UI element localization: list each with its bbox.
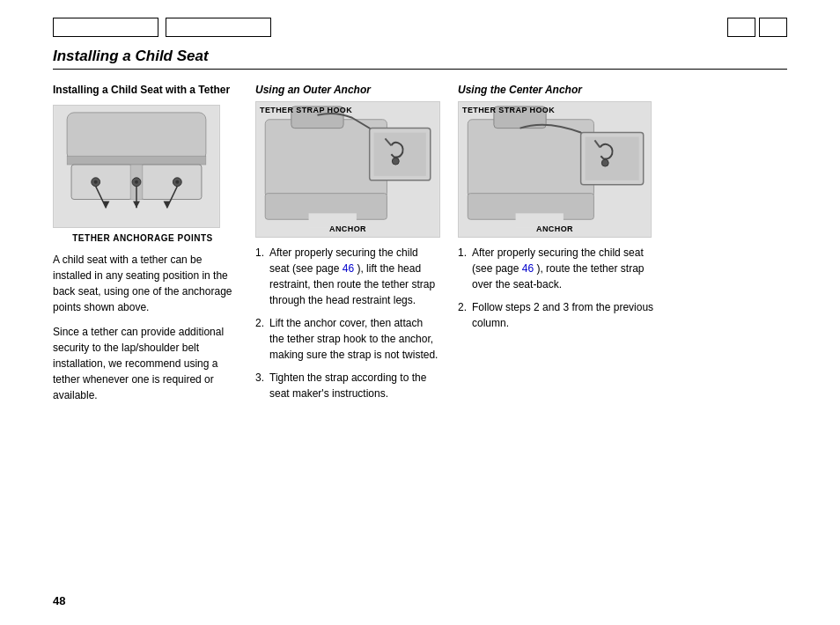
svg-point-7 bbox=[94, 180, 98, 183]
left-column: Installing a Child Seat with a Tether bbox=[53, 84, 247, 412]
svg-rect-2 bbox=[67, 156, 206, 165]
content-grid: Installing a Child Seat with a Tether bbox=[53, 84, 787, 412]
svg-rect-1 bbox=[67, 112, 206, 159]
nav-tab-small-1[interactable] bbox=[727, 18, 755, 37]
step-2: Lift the anchor cover, then attach the t… bbox=[255, 315, 440, 363]
outer-anchor-diagram: TETHER STRAP HOOK ANCHOR bbox=[255, 101, 440, 238]
svg-rect-32 bbox=[586, 136, 639, 180]
step-1: After properly securing the child seat (… bbox=[255, 245, 440, 308]
right-column: Using the Center Anchor bbox=[449, 84, 660, 338]
tether-anchorage-diagram bbox=[53, 105, 220, 228]
nav-tabs-left bbox=[53, 18, 271, 37]
center-step-1: After properly securing the child seat (… bbox=[458, 245, 660, 292]
nav-tab-1[interactable] bbox=[53, 18, 158, 37]
tether-anchorage-label: TETHER ANCHORAGE POINTS bbox=[53, 233, 232, 243]
top-navigation bbox=[53, 18, 787, 37]
nav-tab-small-2[interactable] bbox=[759, 18, 787, 37]
page-number: 48 bbox=[53, 594, 65, 607]
body-text-1: A child seat with a tether can be instal… bbox=[53, 252, 232, 315]
svg-point-24 bbox=[392, 158, 399, 165]
center-anchor-bottom-label: ANCHOR bbox=[536, 224, 573, 233]
center-anchor-diagram: TETHER STRAP HOOK ANCHOR bbox=[458, 101, 652, 238]
outer-anchor-steps: After properly securing the child seat (… bbox=[255, 245, 440, 401]
step-3: Tighten the strap according to the seat … bbox=[255, 370, 440, 401]
svg-rect-4 bbox=[141, 165, 202, 199]
section-title: Installing a Child Seat bbox=[53, 48, 209, 64]
middle-column: Using an Outer Anchor bbox=[247, 84, 449, 408]
svg-point-11 bbox=[135, 180, 138, 183]
page-link-1[interactable]: 46 bbox=[343, 262, 354, 275]
outer-anchor-top-label: TETHER STRAP HOOK bbox=[260, 106, 352, 114]
svg-rect-19 bbox=[265, 120, 387, 198]
page: Installing a Child Seat Installing a Chi… bbox=[0, 0, 840, 625]
svg-point-33 bbox=[601, 159, 608, 166]
svg-rect-3 bbox=[71, 165, 132, 199]
body-text-2: Since a tether can provide additional se… bbox=[53, 324, 232, 403]
subsection-title: Installing a Child Seat with a Tether bbox=[53, 84, 232, 98]
center-anchor-title: Using the Center Anchor bbox=[458, 84, 660, 96]
nav-tabs-right bbox=[727, 18, 787, 37]
outer-anchor-title: Using an Outer Anchor bbox=[255, 84, 440, 96]
section-header: Installing a Child Seat bbox=[53, 48, 787, 70]
nav-tab-2[interactable] bbox=[166, 18, 271, 37]
svg-point-9 bbox=[175, 180, 179, 183]
center-anchor-top-label: TETHER STRAP HOOK bbox=[462, 106, 555, 114]
svg-rect-23 bbox=[374, 133, 426, 176]
center-anchor-steps: After properly securing the child seat (… bbox=[458, 245, 660, 331]
outer-anchor-bottom-label: ANCHOR bbox=[329, 224, 366, 233]
center-step-2: Follow steps 2 and 3 from the previous c… bbox=[458, 299, 660, 331]
center-page-link[interactable]: 46 bbox=[522, 262, 534, 275]
